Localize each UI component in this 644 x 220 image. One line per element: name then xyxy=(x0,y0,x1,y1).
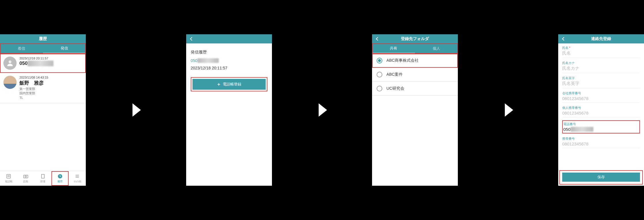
entry-sub: 第一営業部 国内営業部 TL xyxy=(19,87,82,100)
section-title: 発信履歴 xyxy=(191,50,267,55)
register-phonebook-button[interactable]: ＋ 電話帳登録 xyxy=(192,79,266,90)
eiji-input[interactable]: 氏名英字 xyxy=(562,81,640,86)
nav-phonebook[interactable]: 電話帳 xyxy=(0,171,17,186)
pers-mobile-input[interactable]: 08012345678 xyxy=(562,111,640,115)
flow-arrow-icon xyxy=(272,97,372,123)
back-button[interactable] xyxy=(374,34,380,43)
contact-form: 氏名* 氏名 氏名カナ 氏名カナ 氏名英字 氏名英字 会社携帯番号 080123… xyxy=(558,43,644,170)
save-highlight: 保存 xyxy=(559,170,643,185)
nav-other[interactable]: その他 xyxy=(69,171,86,186)
history-tabs: 着信 発信 xyxy=(0,43,86,54)
corp-mobile-input[interactable]: 08012345678 xyxy=(562,96,640,101)
folder-option[interactable]: ABC商事株式会社 xyxy=(372,54,458,68)
tabs-highlight: 着信 発信 xyxy=(0,43,86,54)
entry-number: 050XXXXXXXX xyxy=(19,61,82,66)
tab-personal[interactable]: 個人 xyxy=(415,43,458,54)
radio-icon xyxy=(377,72,382,77)
radio-checked-icon xyxy=(377,58,382,63)
kana-input[interactable]: 氏名カナ xyxy=(562,66,640,71)
folder-option[interactable]: UC研究会 xyxy=(372,82,458,96)
register-highlight: ＋ 電話帳登録 xyxy=(191,77,267,91)
entry-timestamp: 2023/11/08 14:43:15 xyxy=(19,76,82,79)
name-input[interactable]: 氏名 xyxy=(562,51,640,56)
folder-tabs: 共有 個人 xyxy=(372,43,458,54)
titlebar xyxy=(186,34,272,43)
menu-icon xyxy=(74,173,80,179)
tel-input[interactable]: 050XXXXXXXX xyxy=(563,127,639,132)
detail-datetime: 2023/12/18 20:11:57 xyxy=(191,66,267,70)
screen-contact-form: 連絡先登録 氏名* 氏名 氏名カナ 氏名カナ 氏名英字 氏名英字 会社携帯番号 … xyxy=(558,34,644,186)
field-name[interactable]: 氏名* 氏名 xyxy=(562,46,640,58)
titlebar: 登録先フォルダ xyxy=(372,34,458,43)
clock-icon xyxy=(57,173,63,179)
titlebar: 履歴 xyxy=(0,34,86,43)
tab-incoming[interactable]: 着信 xyxy=(0,43,43,54)
field-kana[interactable]: 氏名カナ 氏名カナ xyxy=(562,61,640,73)
nav-scan[interactable]: 読取 xyxy=(17,171,34,186)
avatar-photo xyxy=(3,76,17,89)
save-button[interactable]: 保存 xyxy=(562,173,640,182)
building-icon xyxy=(40,173,46,179)
nav-history[interactable]: 履歴 xyxy=(51,171,69,186)
entry-meta: 2023/12/18 20:11:57 050XXXXXXXX xyxy=(19,57,82,70)
flow-arrow-icon xyxy=(458,97,558,123)
field-tel-highlight: 電話番号 050XXXXXXXX xyxy=(562,120,640,134)
nav-dept[interactable]: 部署 xyxy=(34,171,51,186)
screen-folder: 登録先フォルダ 共有 個人 ABC商事株式会社 ABC案件 UC研究会 xyxy=(372,34,458,186)
folder-name: ABC商事株式会社 xyxy=(386,58,419,63)
screen-detail: 発信履歴 050XXXXXXXX 2023/12/18 20:11:57 ＋ 電… xyxy=(186,34,272,186)
avatar-unknown-icon: ? xyxy=(3,57,17,70)
bottom-nav: 電話帳 読取 部署 履歴 その他 xyxy=(0,171,86,186)
tab-outgoing[interactable]: 発信 xyxy=(43,43,86,54)
flow-arrow-icon xyxy=(86,97,186,123)
screen-history: 履歴 着信 発信 ? 2023/12/18 20:11:57 050XXXXXX… xyxy=(0,34,86,186)
entry-highlight: ? 2023/12/18 20:11:57 050XXXXXXXX xyxy=(0,54,86,73)
page-title: 履歴 xyxy=(39,36,47,41)
entry-meta: 2023/11/08 14:43:15 飯野 雅彦 第一営業部 国内営業部 TL xyxy=(19,76,82,100)
detail-content: 発信履歴 050XXXXXXXX 2023/12/18 20:11:57 ＋ 電… xyxy=(186,43,272,186)
svg-rect-5 xyxy=(24,175,28,178)
history-entry[interactable]: ? 2023/12/18 20:11:57 050XXXXXXXX xyxy=(0,54,86,73)
back-button[interactable] xyxy=(188,34,194,43)
folder-row-highlight: ABC商事株式会社 xyxy=(372,54,458,68)
required-mark: * xyxy=(569,46,570,49)
page-title: 連絡先登録 xyxy=(591,36,611,41)
folder-option[interactable]: ABC案件 xyxy=(372,68,458,82)
field-eiji[interactable]: 氏名英字 氏名英字 xyxy=(562,76,640,88)
folder-tabs-highlight: 共有 個人 xyxy=(372,43,458,54)
page-title: 登録先フォルダ xyxy=(401,36,429,41)
phonebook-icon xyxy=(5,173,12,179)
detail-number[interactable]: 050XXXXXXXX xyxy=(191,58,267,63)
svg-rect-7 xyxy=(41,174,44,178)
camera-icon xyxy=(23,173,29,179)
mobile-input[interactable]: 08012345678 xyxy=(562,141,640,146)
entry-name: 飯野 雅彦 xyxy=(19,80,82,86)
field-corp-mobile[interactable]: 会社携帯番号 08012345678 xyxy=(562,91,640,103)
field-pers-mobile[interactable]: 個人携帯番号 08012345678 xyxy=(562,106,640,117)
tab-shared[interactable]: 共有 xyxy=(372,43,415,54)
titlebar: 連絡先登録 xyxy=(558,34,644,43)
svg-text:?: ? xyxy=(9,61,11,63)
folder-name: UC研究会 xyxy=(386,86,404,91)
plus-icon: ＋ xyxy=(216,81,221,87)
folder-name: ABC案件 xyxy=(386,72,403,77)
svg-point-6 xyxy=(25,176,27,177)
entry-timestamp: 2023/12/18 20:11:57 xyxy=(19,57,82,60)
history-entry[interactable]: 2023/11/08 14:43:15 飯野 雅彦 第一営業部 国内営業部 TL xyxy=(0,73,86,103)
back-button[interactable] xyxy=(560,34,566,43)
radio-icon xyxy=(377,86,382,91)
field-mobile[interactable]: 携帯番号 08012345678 xyxy=(562,137,640,148)
